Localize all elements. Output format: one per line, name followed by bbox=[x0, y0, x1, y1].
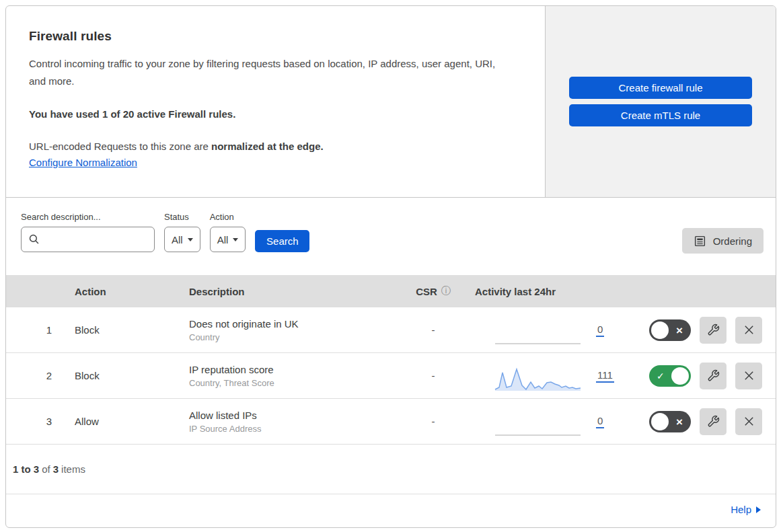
rule-priority: 1 bbox=[6, 324, 67, 336]
rule-criteria: Country bbox=[189, 332, 400, 342]
action-column-header: Action bbox=[67, 286, 181, 297]
toggle-knob bbox=[671, 367, 689, 385]
page-title: Firewall rules bbox=[29, 29, 525, 44]
pagination-summary: 1 to 3 of 3 items bbox=[6, 445, 776, 494]
create-firewall-rule-button[interactable]: Create firewall rule bbox=[569, 77, 752, 99]
check-icon: ✓ bbox=[657, 371, 665, 381]
rule-activity-cell: 0 bbox=[467, 315, 643, 345]
rule-activity-cell: 0 bbox=[467, 407, 643, 436]
table-row: 1 Block Does not originate in UK Country… bbox=[6, 307, 776, 353]
x-icon: × bbox=[676, 324, 683, 336]
rule-controls-cell: ✓ × bbox=[643, 363, 776, 389]
wrench-icon bbox=[707, 324, 720, 336]
rule-action: Block bbox=[67, 370, 181, 381]
status-label: Status bbox=[164, 212, 200, 222]
rule-criteria: IP Source Address bbox=[189, 424, 400, 434]
rule-priority: 2 bbox=[6, 370, 67, 381]
action-selected-value: All bbox=[217, 234, 229, 245]
rule-csr-value: - bbox=[400, 416, 467, 427]
activity-count-link[interactable]: 0 bbox=[596, 415, 604, 428]
activity-sparkline bbox=[494, 361, 581, 391]
toggle-knob bbox=[651, 321, 669, 339]
normalization-text: URL-encoded Requests to this zone are bbox=[29, 141, 211, 152]
activity-sparkline bbox=[494, 407, 581, 436]
rule-csr-value: - bbox=[400, 370, 467, 381]
status-selected-value: All bbox=[172, 234, 183, 245]
description-column-header: Description bbox=[181, 286, 400, 297]
ordering-button[interactable]: Ordering bbox=[682, 228, 764, 254]
info-icon[interactable]: ⓘ bbox=[441, 285, 451, 297]
close-icon bbox=[743, 369, 755, 382]
help-row: Help bbox=[6, 494, 776, 525]
normalization-bold-text: normalized at the edge. bbox=[211, 141, 324, 152]
table-row: 2 Block IP reputation score Country, Thr… bbox=[6, 353, 776, 399]
search-box[interactable] bbox=[21, 227, 155, 252]
x-icon: × bbox=[676, 416, 683, 427]
status-filter-group: Status All bbox=[164, 212, 200, 252]
activity-count-link[interactable]: 111 bbox=[596, 369, 614, 383]
rule-action: Block bbox=[67, 324, 181, 336]
help-arrow-icon bbox=[756, 506, 761, 513]
rule-description-cell: Allow listed IPs IP Source Address bbox=[181, 410, 400, 434]
wrench-icon bbox=[707, 415, 720, 428]
configure-normalization-link[interactable]: Configure Normalization bbox=[29, 157, 137, 168]
pagination-range: 1 to 3 bbox=[13, 463, 39, 475]
delete-rule-button[interactable] bbox=[735, 363, 762, 389]
action-select[interactable]: All bbox=[210, 227, 246, 252]
rule-description-cell: IP reputation score Country, Threat Scor… bbox=[181, 364, 400, 388]
close-icon bbox=[743, 324, 755, 336]
toggle-knob bbox=[651, 413, 669, 430]
rule-action: Allow bbox=[67, 416, 181, 427]
rule-enabled-toggle[interactable]: ✓ × bbox=[649, 411, 691, 432]
table-row: 3 Allow Allow listed IPs IP Source Addre… bbox=[6, 399, 776, 445]
actions-panel: Create firewall rule Create mTLS rule bbox=[545, 6, 776, 197]
rule-enabled-toggle[interactable]: ✓ × bbox=[649, 319, 691, 341]
chevron-down-icon bbox=[188, 238, 193, 241]
search-group: Search description... bbox=[21, 212, 155, 252]
search-icon bbox=[28, 233, 40, 245]
rule-priority: 3 bbox=[6, 416, 67, 427]
csr-column-header: CSR ⓘ bbox=[400, 285, 467, 297]
action-filter-group: Action All bbox=[210, 212, 246, 252]
delete-rule-button[interactable] bbox=[735, 408, 762, 435]
rule-controls-cell: ✓ × bbox=[643, 317, 776, 344]
edit-rule-button[interactable] bbox=[700, 363, 727, 389]
normalization-note: URL-encoded Requests to this zone are no… bbox=[29, 141, 525, 152]
intro-section: Firewall rules Control incoming traffic … bbox=[6, 6, 776, 198]
rule-criteria: Country, Threat Score bbox=[189, 378, 400, 388]
delete-rule-button[interactable] bbox=[735, 317, 762, 344]
rule-controls-cell: ✓ × bbox=[643, 408, 776, 435]
usage-summary: You have used 1 of 20 active Firewall ru… bbox=[29, 108, 525, 120]
chevron-down-icon bbox=[233, 238, 238, 241]
search-button[interactable]: Search bbox=[255, 230, 309, 252]
search-label: Search description... bbox=[21, 212, 155, 222]
status-select[interactable]: All bbox=[164, 227, 200, 252]
pagination-total: 3 bbox=[53, 463, 59, 475]
search-input[interactable] bbox=[46, 234, 147, 245]
activity-column-header: Activity last 24hr bbox=[467, 286, 643, 297]
edit-rule-button[interactable] bbox=[700, 317, 727, 344]
wrench-icon bbox=[707, 369, 720, 382]
rule-description: Allow listed IPs bbox=[189, 410, 400, 421]
rule-description-cell: Does not originate in UK Country bbox=[181, 318, 400, 342]
create-mtls-rule-button[interactable]: Create mTLS rule bbox=[569, 104, 752, 126]
table-header-row: Action Description CSR ⓘ Activity last 2… bbox=[6, 275, 776, 307]
ordering-label: Ordering bbox=[713, 235, 752, 247]
rule-enabled-toggle[interactable]: ✓ × bbox=[649, 365, 691, 387]
action-label: Action bbox=[210, 212, 246, 222]
edit-rule-button[interactable] bbox=[700, 408, 727, 435]
activity-count-link[interactable]: 0 bbox=[596, 324, 604, 337]
rule-description: Does not originate in UK bbox=[189, 318, 400, 330]
intro-text-block: Firewall rules Control incoming traffic … bbox=[6, 6, 545, 197]
filters-bar: Search description... Status All Action bbox=[6, 198, 776, 275]
ordering-list-icon bbox=[694, 235, 706, 248]
help-label: Help bbox=[731, 504, 751, 515]
help-link[interactable]: Help bbox=[731, 504, 761, 515]
rule-activity-cell: 111 bbox=[467, 361, 643, 391]
activity-sparkline bbox=[494, 315, 581, 345]
close-icon bbox=[743, 415, 755, 428]
page-description: Control incoming traffic to your zone by… bbox=[29, 55, 496, 90]
firewall-rules-panel: Firewall rules Control incoming traffic … bbox=[5, 5, 776, 528]
rule-csr-value: - bbox=[400, 324, 467, 336]
rule-description: IP reputation score bbox=[189, 364, 400, 375]
